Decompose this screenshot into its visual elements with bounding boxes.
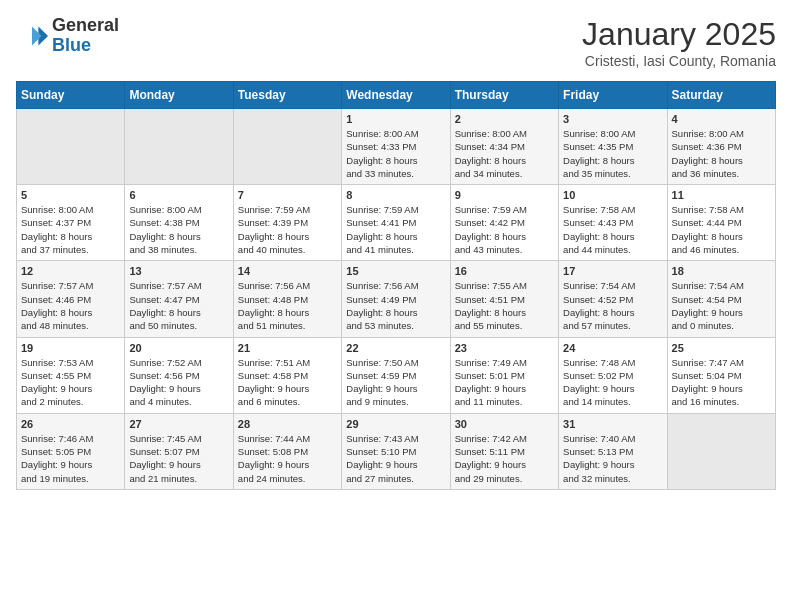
day-cell: 20Sunrise: 7:52 AM Sunset: 4:56 PM Dayli…: [125, 337, 233, 413]
day-cell: 5Sunrise: 8:00 AM Sunset: 4:37 PM Daylig…: [17, 185, 125, 261]
logo-text: General Blue: [52, 16, 119, 56]
day-cell: 1Sunrise: 8:00 AM Sunset: 4:33 PM Daylig…: [342, 109, 450, 185]
header-tuesday: Tuesday: [233, 82, 341, 109]
day-number: 1: [346, 113, 445, 125]
day-number: 21: [238, 342, 337, 354]
day-number: 17: [563, 265, 662, 277]
day-cell: 23Sunrise: 7:49 AM Sunset: 5:01 PM Dayli…: [450, 337, 558, 413]
header-saturday: Saturday: [667, 82, 775, 109]
day-info: Sunrise: 7:51 AM Sunset: 4:58 PM Dayligh…: [238, 356, 337, 409]
day-cell: 10Sunrise: 7:58 AM Sunset: 4:43 PM Dayli…: [559, 185, 667, 261]
header-wednesday: Wednesday: [342, 82, 450, 109]
day-number: 31: [563, 418, 662, 430]
day-cell: 4Sunrise: 8:00 AM Sunset: 4:36 PM Daylig…: [667, 109, 775, 185]
day-cell: 15Sunrise: 7:56 AM Sunset: 4:49 PM Dayli…: [342, 261, 450, 337]
day-cell: 9Sunrise: 7:59 AM Sunset: 4:42 PM Daylig…: [450, 185, 558, 261]
month-title: January 2025: [582, 16, 776, 53]
day-info: Sunrise: 8:00 AM Sunset: 4:34 PM Dayligh…: [455, 127, 554, 180]
day-info: Sunrise: 8:00 AM Sunset: 4:38 PM Dayligh…: [129, 203, 228, 256]
day-number: 4: [672, 113, 771, 125]
day-number: 15: [346, 265, 445, 277]
day-info: Sunrise: 7:42 AM Sunset: 5:11 PM Dayligh…: [455, 432, 554, 485]
day-info: Sunrise: 7:40 AM Sunset: 5:13 PM Dayligh…: [563, 432, 662, 485]
title-block: January 2025 Cristesti, Iasi County, Rom…: [582, 16, 776, 69]
location: Cristesti, Iasi County, Romania: [582, 53, 776, 69]
header-row: SundayMondayTuesdayWednesdayThursdayFrid…: [17, 82, 776, 109]
day-number: 9: [455, 189, 554, 201]
day-info: Sunrise: 7:58 AM Sunset: 4:43 PM Dayligh…: [563, 203, 662, 256]
calendar-body: 1Sunrise: 8:00 AM Sunset: 4:33 PM Daylig…: [17, 109, 776, 490]
day-number: 30: [455, 418, 554, 430]
week-row-1: 5Sunrise: 8:00 AM Sunset: 4:37 PM Daylig…: [17, 185, 776, 261]
day-cell: 14Sunrise: 7:56 AM Sunset: 4:48 PM Dayli…: [233, 261, 341, 337]
day-number: 16: [455, 265, 554, 277]
day-number: 28: [238, 418, 337, 430]
day-number: 18: [672, 265, 771, 277]
day-info: Sunrise: 7:52 AM Sunset: 4:56 PM Dayligh…: [129, 356, 228, 409]
day-info: Sunrise: 8:00 AM Sunset: 4:36 PM Dayligh…: [672, 127, 771, 180]
logo-icon: [16, 20, 48, 52]
week-row-3: 19Sunrise: 7:53 AM Sunset: 4:55 PM Dayli…: [17, 337, 776, 413]
day-info: Sunrise: 7:43 AM Sunset: 5:10 PM Dayligh…: [346, 432, 445, 485]
day-cell: 16Sunrise: 7:55 AM Sunset: 4:51 PM Dayli…: [450, 261, 558, 337]
header-thursday: Thursday: [450, 82, 558, 109]
day-info: Sunrise: 7:45 AM Sunset: 5:07 PM Dayligh…: [129, 432, 228, 485]
day-info: Sunrise: 8:00 AM Sunset: 4:37 PM Dayligh…: [21, 203, 120, 256]
day-cell: 11Sunrise: 7:58 AM Sunset: 4:44 PM Dayli…: [667, 185, 775, 261]
day-info: Sunrise: 7:54 AM Sunset: 4:52 PM Dayligh…: [563, 279, 662, 332]
day-cell: 12Sunrise: 7:57 AM Sunset: 4:46 PM Dayli…: [17, 261, 125, 337]
page-header: General Blue January 2025 Cristesti, Ias…: [16, 16, 776, 69]
day-number: 13: [129, 265, 228, 277]
header-monday: Monday: [125, 82, 233, 109]
day-number: 29: [346, 418, 445, 430]
day-cell: 26Sunrise: 7:46 AM Sunset: 5:05 PM Dayli…: [17, 413, 125, 489]
calendar-table: SundayMondayTuesdayWednesdayThursdayFrid…: [16, 81, 776, 490]
day-number: 20: [129, 342, 228, 354]
day-cell: 24Sunrise: 7:48 AM Sunset: 5:02 PM Dayli…: [559, 337, 667, 413]
day-info: Sunrise: 7:44 AM Sunset: 5:08 PM Dayligh…: [238, 432, 337, 485]
day-cell: [17, 109, 125, 185]
day-cell: 7Sunrise: 7:59 AM Sunset: 4:39 PM Daylig…: [233, 185, 341, 261]
logo-general: General: [52, 16, 119, 36]
day-number: 12: [21, 265, 120, 277]
day-number: 23: [455, 342, 554, 354]
day-number: 27: [129, 418, 228, 430]
logo: General Blue: [16, 16, 119, 56]
day-info: Sunrise: 7:56 AM Sunset: 4:49 PM Dayligh…: [346, 279, 445, 332]
calendar-header: SundayMondayTuesdayWednesdayThursdayFrid…: [17, 82, 776, 109]
day-info: Sunrise: 7:57 AM Sunset: 4:47 PM Dayligh…: [129, 279, 228, 332]
day-cell: 27Sunrise: 7:45 AM Sunset: 5:07 PM Dayli…: [125, 413, 233, 489]
day-info: Sunrise: 7:49 AM Sunset: 5:01 PM Dayligh…: [455, 356, 554, 409]
day-number: 8: [346, 189, 445, 201]
day-info: Sunrise: 8:00 AM Sunset: 4:33 PM Dayligh…: [346, 127, 445, 180]
day-cell: 31Sunrise: 7:40 AM Sunset: 5:13 PM Dayli…: [559, 413, 667, 489]
day-cell: 28Sunrise: 7:44 AM Sunset: 5:08 PM Dayli…: [233, 413, 341, 489]
day-number: 10: [563, 189, 662, 201]
day-info: Sunrise: 7:50 AM Sunset: 4:59 PM Dayligh…: [346, 356, 445, 409]
day-cell: 30Sunrise: 7:42 AM Sunset: 5:11 PM Dayli…: [450, 413, 558, 489]
day-info: Sunrise: 7:54 AM Sunset: 4:54 PM Dayligh…: [672, 279, 771, 332]
day-number: 6: [129, 189, 228, 201]
day-info: Sunrise: 7:55 AM Sunset: 4:51 PM Dayligh…: [455, 279, 554, 332]
day-number: 22: [346, 342, 445, 354]
day-cell: [233, 109, 341, 185]
day-info: Sunrise: 7:58 AM Sunset: 4:44 PM Dayligh…: [672, 203, 771, 256]
day-number: 2: [455, 113, 554, 125]
day-cell: 17Sunrise: 7:54 AM Sunset: 4:52 PM Dayli…: [559, 261, 667, 337]
day-info: Sunrise: 7:59 AM Sunset: 4:41 PM Dayligh…: [346, 203, 445, 256]
day-info: Sunrise: 7:57 AM Sunset: 4:46 PM Dayligh…: [21, 279, 120, 332]
day-number: 24: [563, 342, 662, 354]
day-cell: [667, 413, 775, 489]
week-row-2: 12Sunrise: 7:57 AM Sunset: 4:46 PM Dayli…: [17, 261, 776, 337]
day-cell: 18Sunrise: 7:54 AM Sunset: 4:54 PM Dayli…: [667, 261, 775, 337]
logo-blue: Blue: [52, 36, 119, 56]
day-info: Sunrise: 8:00 AM Sunset: 4:35 PM Dayligh…: [563, 127, 662, 180]
day-number: 25: [672, 342, 771, 354]
day-info: Sunrise: 7:47 AM Sunset: 5:04 PM Dayligh…: [672, 356, 771, 409]
day-cell: 8Sunrise: 7:59 AM Sunset: 4:41 PM Daylig…: [342, 185, 450, 261]
day-cell: [125, 109, 233, 185]
day-cell: 3Sunrise: 8:00 AM Sunset: 4:35 PM Daylig…: [559, 109, 667, 185]
day-info: Sunrise: 7:59 AM Sunset: 4:42 PM Dayligh…: [455, 203, 554, 256]
day-number: 11: [672, 189, 771, 201]
day-cell: 19Sunrise: 7:53 AM Sunset: 4:55 PM Dayli…: [17, 337, 125, 413]
